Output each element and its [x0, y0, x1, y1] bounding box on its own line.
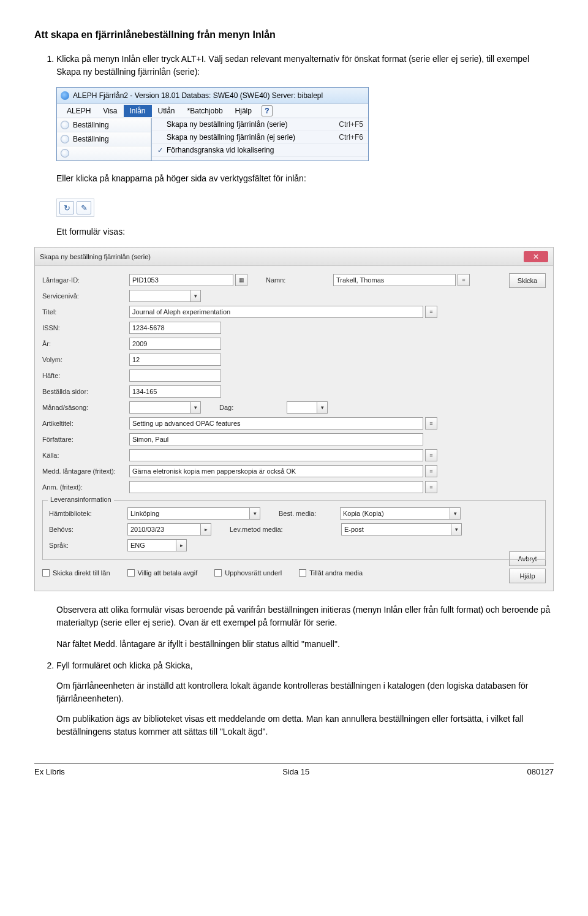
chevron-down-icon[interactable]: ▾ [451, 523, 462, 536]
tab-label: Beställning [73, 121, 109, 129]
step-1: Klicka på menyn Inlån eller tryck ALT+I.… [56, 53, 554, 78]
lookup-icon[interactable]: ≡ [425, 417, 437, 430]
menu-inlan[interactable]: Inlån [124, 105, 152, 117]
label-sprak: Språk: [49, 542, 127, 549]
sidebar-tab-2[interactable]: Beställning [57, 132, 151, 146]
label-best-media: Best. media: [279, 510, 340, 517]
input-forfattare[interactable]: Simon, Paul [129, 433, 423, 445]
input-lantagar-id[interactable]: PID1053 [129, 274, 233, 286]
label-titel: Titel: [42, 308, 129, 316]
new-nonserial-request-icon[interactable]: ✎ [77, 201, 91, 214]
lookup-icon[interactable]: ▸ [176, 539, 187, 551]
date-picker-icon[interactable]: ▸ [200, 523, 211, 536]
check-icon: ✓ [157, 147, 163, 153]
input-ar[interactable]: 2009 [129, 338, 221, 350]
help-icon[interactable]: ? [262, 105, 273, 116]
select-best-media[interactable]: Kopia (Kopia) [340, 507, 450, 520]
chevron-down-icon[interactable]: ▾ [450, 507, 461, 520]
input-sprak[interactable]: ENG [127, 539, 176, 551]
app-icon [61, 91, 69, 100]
label-levmetod: Lev.metod media: [230, 526, 341, 533]
menu-window-screenshot: ALEPH Fjärrlån2 - Version 18.01 Databas:… [56, 87, 369, 161]
menu-item-label: Skapa ny beställning fjärrinlån (serie) [167, 120, 326, 129]
tab-label: Beställning [73, 135, 109, 143]
check-icon [157, 134, 163, 140]
check-label: Skicka direkt till lån [53, 569, 110, 577]
select-dag[interactable] [287, 401, 317, 414]
check-upphovsratt[interactable]: Upphovsrätt underl [214, 569, 282, 577]
input-hafte[interactable] [129, 369, 221, 382]
lookup-icon[interactable]: ≡ [425, 449, 437, 461]
label-volym: Volym: [42, 356, 129, 363]
label-hafte: Häfte: [42, 372, 129, 379]
label-serviceniva: Servicenivå: [42, 292, 129, 300]
page-title: Att skapa en fjärrinlånebeställning från… [34, 29, 554, 40]
input-kalla[interactable] [129, 449, 423, 461]
chevron-down-icon[interactable]: ▾ [190, 290, 201, 302]
close-icon[interactable]: ✕ [524, 251, 548, 262]
input-issn[interactable]: 1234-5678 [129, 322, 221, 334]
lookup-icon[interactable]: ≡ [425, 481, 437, 493]
menu-hjalp[interactable]: Hjälp [229, 105, 258, 117]
lookup-icon[interactable]: ▦ [235, 274, 247, 286]
menu-utlan[interactable]: Utlån [152, 105, 181, 117]
menu-item-shortcut: Ctrl+F6 [339, 133, 363, 142]
step-2-b: Om publikation ägs av biblioteket visas … [56, 713, 554, 738]
input-medd-lantagare[interactable]: Gärna eletronisk kopia men papperskopia … [129, 465, 423, 477]
chevron-down-icon[interactable]: ▾ [317, 401, 328, 414]
new-serial-request-icon[interactable]: ↻ [59, 201, 74, 214]
select-hamtbibliotek[interactable]: Linköping [127, 507, 250, 520]
input-artikeltitel[interactable]: Setting up advanced OPAC features [129, 417, 423, 430]
footer-center: Sida 15 [282, 767, 309, 776]
footer-right: 080127 [527, 767, 554, 776]
label-kalla: Källa: [42, 452, 129, 459]
sidebar-tab-3[interactable] [57, 146, 151, 161]
text-mid1: Eller klicka på knapparna på höger sida … [56, 172, 554, 185]
menu-batchjobb[interactable]: *Batchjobb [181, 105, 229, 117]
text-medd-lantagare: När fältet Medd. låntagare är ifyllt i b… [56, 638, 554, 651]
skicka-button[interactable]: Skicka [509, 273, 546, 288]
lookup-icon[interactable]: ≡ [425, 465, 437, 477]
dialog-title: Skapa ny beställning fjärrinlån (serie) [40, 253, 151, 260]
input-behovs[interactable]: 2010/03/23 [127, 523, 201, 536]
label-forfattare: Författare: [42, 436, 129, 443]
menubar: ALEPH Visa Inlån Utlån *Batchjobb Hjälp … [57, 104, 368, 118]
check-label: Upphovsrätt underl [225, 569, 282, 577]
input-volym[interactable]: 12 [129, 354, 221, 366]
tab-icon [61, 121, 69, 129]
input-titel[interactable]: Journal of Aleph experimentation [129, 306, 423, 318]
input-sidor[interactable]: 134-165 [129, 385, 221, 398]
footer-left: Ex Libris [34, 767, 65, 776]
menu-visa[interactable]: Visa [97, 105, 123, 117]
label-manad: Månad/säsong: [42, 404, 129, 411]
tab-icon [61, 149, 69, 157]
step-2: Fyll formuläret och klicka på Skicka, Om… [56, 659, 554, 738]
select-levmetod[interactable]: E-post [341, 523, 451, 536]
check-skicka-direkt[interactable]: Skicka direkt till lån [42, 569, 110, 577]
chevron-down-icon[interactable]: ▾ [249, 507, 260, 520]
menu-item-forhandsgranska[interactable]: ✓ Förhandsgranska vid lokalisering [152, 144, 368, 157]
menu-item-label: Skapa ny beställning fjärrinlån (ej seri… [167, 133, 326, 142]
leveransinformation-group: Leveransinformation Hämtbibliotek: Linkö… [42, 500, 546, 560]
form-dialog-screenshot: Skapa ny beställning fjärrinlån (serie) … [34, 247, 554, 591]
legend-leveransinformation: Leveransinformation [48, 496, 114, 503]
menu-item-label: Förhandsgranska vid lokalisering [167, 146, 351, 154]
lookup-icon[interactable]: ≡ [425, 306, 437, 318]
chevron-down-icon[interactable]: ▾ [190, 401, 201, 414]
input-namn[interactable]: Trakell, Thomas [333, 274, 456, 286]
label-hamtbibliotek: Hämtbibliotek: [49, 510, 127, 517]
input-anm[interactable] [129, 481, 423, 493]
select-serviceniva[interactable] [129, 290, 190, 302]
menu-item-skapa-ejserie[interactable]: Skapa ny beställning fjärrinlån (ej seri… [152, 131, 368, 144]
check-tillat-andra[interactable]: Tillåt andra media [299, 569, 363, 577]
hjalp-button[interactable]: Hjälp [509, 569, 546, 583]
sidebar-tab-1[interactable]: Beställning [57, 118, 151, 132]
menu-item-skapa-serie[interactable]: Skapa ny beställning fjärrinlån (serie) … [152, 118, 368, 131]
menu-aleph[interactable]: ALEPH [61, 105, 97, 117]
check-villig-betala[interactable]: Villig att betala avgif [127, 569, 198, 577]
lookup-icon[interactable]: ≡ [458, 274, 470, 286]
label-lantagar-id: Låntagar-ID: [42, 276, 129, 284]
label-dag: Dag: [219, 404, 287, 411]
label-issn: ISSN: [42, 324, 129, 331]
select-manad[interactable] [129, 401, 190, 414]
